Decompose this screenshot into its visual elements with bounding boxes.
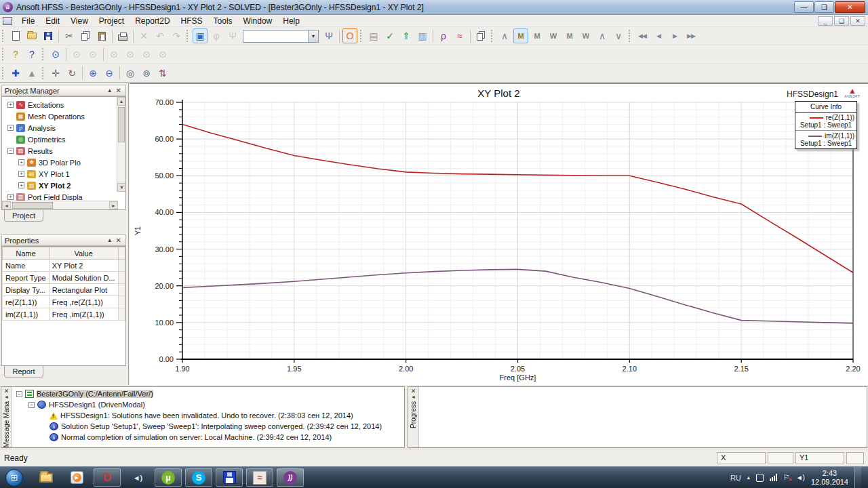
message-row[interactable]: HFSSDesign1: Solutions have been invalid… xyxy=(12,410,404,421)
mdi-close-button[interactable]: ✕ xyxy=(850,16,865,26)
pan-button[interactable]: ✛ xyxy=(48,66,63,81)
trace-peak-button[interactable]: ∧ xyxy=(497,28,512,43)
start-button[interactable]: ⊞ xyxy=(5,469,23,487)
property-value-cell[interactable]: Freq ,im(Z(1,1)) xyxy=(49,308,118,321)
message-expander[interactable]: − xyxy=(28,402,35,408)
last-sweep-button[interactable]: ▶▶ xyxy=(684,28,698,43)
legend-entry[interactable]: im(Z(1,1))Setup1 : Sweep1 xyxy=(795,130,856,148)
fit-all-button[interactable]: ◎ xyxy=(123,66,138,81)
submit-job-button[interactable]: ⇑ xyxy=(399,28,414,43)
window-close-button[interactable]: ✕ xyxy=(835,1,865,13)
insert-antenna-design-button[interactable]: ▲ xyxy=(24,66,39,81)
property-row[interactable]: im(Z(1,1))Freq ,im(Z(1,1)) xyxy=(3,308,125,321)
taskbar-volume-app[interactable]: ◄) xyxy=(124,468,151,487)
tray-clock[interactable]: 2:43 12.09.2014 xyxy=(811,469,848,487)
taskbar-sketch-tool[interactable]: ≈ xyxy=(246,468,273,487)
tab-report[interactable]: Report xyxy=(4,366,43,378)
message-row[interactable]: Normal completion of simulation on serve… xyxy=(12,432,404,443)
window-maximize-button[interactable]: ❑ xyxy=(814,1,834,13)
copy-report-button[interactable] xyxy=(473,28,488,43)
property-row[interactable]: Report TypeModal Solution D... xyxy=(3,272,125,284)
properties-pin-icon[interactable]: ▲ xyxy=(105,237,115,243)
menu-hfss[interactable]: HFSS xyxy=(176,15,208,27)
tree-item-xy-plot-2[interactable]: +▤XY Plot 2 xyxy=(2,180,125,191)
properties-col-value[interactable]: Value xyxy=(49,247,118,260)
property-value-cell[interactable]: Freq ,re(Z(1,1)) xyxy=(49,296,118,308)
curve-info-legend[interactable]: Curve Info re(Z(1,1))Setup1 : Sweep1im(Z… xyxy=(795,101,857,149)
zoom-in-rect-button[interactable]: ⊕ xyxy=(85,66,100,81)
toolbar-grip[interactable] xyxy=(42,67,45,79)
tree-item-xy-plot-1[interactable]: +▤XY Plot 1 xyxy=(2,168,125,180)
menu-report2d[interactable]: Report2D xyxy=(130,15,175,27)
toolbar-grip[interactable] xyxy=(360,30,363,42)
tree-expander[interactable]: + xyxy=(18,171,24,177)
new-button[interactable] xyxy=(8,28,23,43)
menu-file[interactable]: File xyxy=(16,15,40,27)
create-report-button[interactable]: ≈ xyxy=(452,28,467,43)
volume-icon[interactable]: ◄) xyxy=(796,474,805,481)
taskbar-save-tool[interactable] xyxy=(216,468,243,487)
zoom-out-rect-button[interactable]: ⊖ xyxy=(102,66,117,81)
mdi-minimize-button[interactable]: _ xyxy=(818,16,833,26)
tablet-input-icon[interactable] xyxy=(756,474,764,482)
mdi-child-icon[interactable] xyxy=(3,17,12,25)
tree-expander[interactable]: − xyxy=(7,148,14,154)
message-manager-close-icon[interactable]: ✕ xyxy=(4,388,9,394)
tree-item-excitations[interactable]: +∿Excitations xyxy=(2,99,125,110)
trace-max-button[interactable]: M xyxy=(513,28,528,43)
model-view-button[interactable]: ▣ xyxy=(193,28,208,43)
menu-edit[interactable]: Edit xyxy=(40,15,65,27)
toolbar-grip[interactable] xyxy=(491,30,494,42)
coordinate-axes-button[interactable]: ⇅ xyxy=(155,66,170,81)
property-value-cell[interactable]: Modal Solution D... xyxy=(49,272,118,284)
tree-item-optimetrics[interactable]: ◎Optimetrics xyxy=(2,134,125,145)
tray-expand-icon[interactable]: ▴ xyxy=(747,474,750,481)
prev-sweep-button[interactable]: ◀ xyxy=(651,28,666,43)
taskbar-opera[interactable]: O xyxy=(94,468,121,487)
paste-button[interactable] xyxy=(94,28,109,43)
action-center-icon[interactable]: ⚐ xyxy=(783,473,790,482)
menu-tools[interactable]: Tools xyxy=(208,15,238,27)
property-row[interactable]: re(Z(1,1))Freq ,re(Z(1,1)) xyxy=(3,296,125,308)
message-manager-pin-icon[interactable]: ◄ xyxy=(4,394,9,399)
legend-entry[interactable]: re(Z(1,1))Setup1 : Sweep1 xyxy=(795,113,856,130)
view-selector-combo[interactable]: ▼ xyxy=(243,30,319,43)
toolbar-grip[interactable] xyxy=(2,30,5,42)
tree-expander[interactable]: + xyxy=(7,125,14,131)
scroll-down-icon[interactable]: ▼ xyxy=(117,183,126,192)
property-row[interactable]: NameXY Plot 2 xyxy=(3,260,125,272)
property-row[interactable]: Display Ty...Rectangular Plot xyxy=(3,284,125,296)
print-button[interactable] xyxy=(115,28,130,43)
open-button[interactable] xyxy=(24,28,39,43)
trace-min-button[interactable]: W xyxy=(546,28,561,43)
trace-max2-button[interactable]: M xyxy=(530,28,545,43)
fit-selected-button[interactable]: ⊚ xyxy=(139,66,154,81)
scroll-thumb[interactable] xyxy=(118,107,125,142)
scroll-left-icon[interactable]: ◄ xyxy=(2,201,11,209)
tree-item-analysis[interactable]: +ρAnalysis xyxy=(2,122,125,134)
copy-button[interactable] xyxy=(78,28,93,43)
save-button[interactable] xyxy=(41,28,56,43)
toolbar-grip[interactable] xyxy=(186,30,189,42)
property-value-cell[interactable]: XY Plot 2 xyxy=(49,260,118,272)
message-row[interactable]: −HFSSDesign1 (DrivenModal) xyxy=(12,399,404,410)
trace-valley-button[interactable]: W xyxy=(578,28,593,43)
show-all-button[interactable]: ⊙ xyxy=(48,47,63,62)
project-tree-hscrollbar[interactable]: ◄ ► xyxy=(2,201,118,209)
scroll-thumb[interactable] xyxy=(12,202,53,209)
project-manager-close-icon[interactable]: ✕ xyxy=(115,87,123,94)
progress-pin-icon[interactable]: ◄ xyxy=(411,394,416,399)
ansoft-o-button[interactable]: O xyxy=(342,28,357,43)
trace-ripple-button[interactable]: M xyxy=(562,28,577,43)
language-indicator[interactable]: RU xyxy=(730,474,741,482)
clean-stop-button[interactable]: ▥ xyxy=(415,28,430,43)
taskbar-skype[interactable]: S xyxy=(185,468,212,487)
context-help-button[interactable]: ? xyxy=(8,47,23,62)
menu-help[interactable]: Help xyxy=(277,15,305,27)
taskbar-media-player[interactable]: ▶ xyxy=(63,468,90,487)
toolbar-grip[interactable] xyxy=(2,67,5,79)
mdi-restore-button[interactable]: ❑ xyxy=(834,16,849,26)
validate-button[interactable]: ▤ xyxy=(366,28,381,43)
message-row[interactable]: −Bester3GOnly (C:/Antenn/Fail/Ver/) xyxy=(12,388,404,399)
scroll-up-icon[interactable]: ▲ xyxy=(117,97,125,106)
